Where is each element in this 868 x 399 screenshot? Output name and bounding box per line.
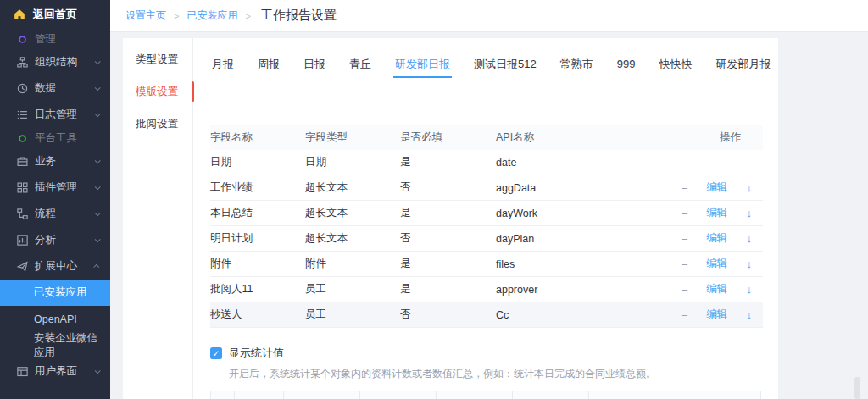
move-down-icon[interactable]: ↓: [746, 283, 752, 296]
breadcrumb-separator: >: [174, 11, 179, 21]
sidebar-item-plugin-management[interactable]: 插件管理: [0, 175, 110, 201]
table-row: 工作业绩 超长文本 否 aggData – 编辑 ↓: [210, 175, 763, 201]
move-action-disabled: –: [682, 309, 687, 321]
home-icon: [14, 8, 25, 20]
chevron-down-icon: [95, 210, 101, 216]
tab[interactable]: 常熟市: [560, 50, 593, 78]
breadcrumb-separator: >: [245, 11, 250, 21]
briefcase-icon: [17, 156, 29, 167]
chevron-down-icon: [95, 236, 101, 242]
fields-table: 字段名称 字段类型 是否必填 API名称 操作 日期 日期 是 date – –…: [210, 125, 763, 328]
tab[interactable]: 999: [617, 50, 636, 78]
chevron-down-icon: [95, 111, 101, 117]
show-stats-section: 显示统计值 开启后，系统统计某个对象内的资料计数或者数值汇总，例如：统计本日完成…: [210, 346, 778, 381]
sidebar-item-installed-apps[interactable]: 已安装应用: [0, 280, 110, 306]
table-row: 批阅人11 员工 是 approver – 编辑 ↓: [210, 277, 763, 302]
main-area: 设置主页 > 已安装应用 > 工作报告设置 类型设置 模版设置 批阅设置 月报 …: [110, 0, 868, 399]
chevron-up-icon: [93, 264, 99, 270]
back-to-home-button[interactable]: 返回首页: [0, 0, 110, 29]
edit-button[interactable]: 编辑: [706, 206, 727, 220]
layout-icon: [17, 366, 29, 377]
edit-button[interactable]: 编辑: [706, 180, 727, 195]
table-row: 日期 日期 是 date – – –: [210, 150, 763, 175]
flow-icon: [17, 208, 29, 219]
paper-plane-icon: [17, 261, 29, 272]
sidebar-item-extension-center[interactable]: 扩展中心: [0, 253, 110, 280]
tab[interactable]: 青丘: [349, 50, 371, 78]
edit-action-disabled: –: [714, 157, 720, 169]
tab-active[interactable]: 研发部日报: [395, 50, 450, 78]
move-action-disabled: –: [682, 284, 687, 296]
settings-submenu: 类型设置 模版设置 批阅设置: [123, 38, 193, 399]
next-table-partial: [210, 391, 761, 399]
move-down-icon[interactable]: ↓: [746, 232, 752, 245]
sidebar-item-openapi[interactable]: OpenAPI: [0, 306, 110, 332]
move-action-disabled: –: [682, 157, 687, 169]
grid-icon: [17, 182, 29, 193]
show-stats-checkbox-checked[interactable]: [210, 347, 222, 359]
org-structure-icon: [17, 57, 29, 68]
breadcrumb-link-settings-home[interactable]: 设置主页: [125, 8, 166, 23]
list-icon: [17, 109, 29, 120]
scrollbar-thumb[interactable]: [854, 377, 860, 399]
table-row: 本日总结 超长文本 是 dayWork – 编辑 ↓: [210, 201, 763, 226]
chevron-down-icon: [95, 368, 101, 374]
sidebar-item-log-management[interactable]: 日志管理: [0, 102, 110, 128]
ring-green-icon: [17, 133, 29, 144]
tab[interactable]: 快快快: [659, 50, 692, 78]
chevron-down-icon: [95, 184, 101, 190]
breadcrumb-link-installed-apps[interactable]: 已安装应用: [186, 8, 237, 23]
chevron-down-icon: [95, 85, 101, 91]
table-row: 附件 附件 是 files – 编辑 ↓: [210, 252, 763, 277]
move-down-icon[interactable]: ↓: [746, 308, 752, 321]
sidebar-section-platform-tools: 平台工具: [0, 128, 110, 148]
tab[interactable]: 月报: [212, 50, 234, 78]
ring-purple-icon: [17, 34, 29, 45]
table-row: 明日计划 超长文本 否 dayPlan – 编辑 ↓: [210, 226, 763, 252]
sidebar-item-business[interactable]: 业务: [0, 148, 110, 175]
table-header-row: 字段名称 字段类型 是否必填 API名称 操作: [210, 125, 763, 150]
breadcrumb: 设置主页 > 已安装应用 > 工作报告设置: [110, 0, 868, 32]
move-down-icon[interactable]: ↓: [746, 181, 752, 194]
sidebar-item-org-structure[interactable]: 组织结构: [0, 49, 110, 75]
tab[interactable]: 日报: [303, 50, 326, 78]
report-type-tabs: 月报 周报 日报 青丘 研发部日报 测试日报512 常熟市 999 快快快 研发…: [193, 50, 778, 78]
sidebar-item-process[interactable]: 流程: [0, 201, 110, 227]
move-down-icon[interactable]: ↓: [746, 258, 752, 270]
sidebar-item-analysis[interactable]: 分析: [0, 227, 110, 253]
submenu-item-review-settings[interactable]: 批阅设置: [123, 108, 192, 140]
tab[interactable]: 测试日报512: [474, 50, 537, 78]
move-down-icon[interactable]: ↓: [746, 207, 752, 219]
submenu-item-template-settings[interactable]: 模版设置: [123, 75, 192, 108]
move-action-disabled: –: [682, 208, 687, 219]
submenu-item-type-settings[interactable]: 类型设置: [123, 43, 192, 75]
tab[interactable]: 研发部月报: [715, 50, 771, 78]
page-title: 工作报告设置: [260, 8, 337, 24]
move-action-disabled: –: [682, 233, 687, 245]
edit-button[interactable]: 编辑: [706, 308, 727, 322]
back-to-home-label: 返回首页: [33, 7, 77, 22]
edit-button[interactable]: 编辑: [706, 257, 727, 271]
show-stats-description: 开启后，系统统计某个对象内的资料计数或者数值汇总，例如：统计本日完成的合同业绩总…: [229, 367, 778, 381]
sort-action-disabled: –: [746, 157, 752, 169]
clock-icon: [17, 83, 29, 94]
sidebar-item-install-wecom-app[interactable]: 安装企业微信应用: [0, 332, 110, 358]
move-action-disabled: –: [682, 258, 687, 270]
edit-button[interactable]: 编辑: [706, 231, 727, 246]
chevron-down-icon: [95, 158, 101, 163]
sidebar-item-data[interactable]: 数据: [0, 75, 110, 102]
sidebar-item-user-interface[interactable]: 用户界面: [0, 358, 110, 385]
sidebar: 返回首页 管理 组织结构 数据 日志管理 平台工具: [0, 0, 110, 399]
sidebar-section-management: 管理: [0, 29, 110, 49]
tab[interactable]: 周报: [258, 50, 280, 78]
move-action-disabled: –: [682, 182, 687, 194]
edit-button[interactable]: 编辑: [706, 282, 727, 296]
settings-card: 类型设置 模版设置 批阅设置 月报 周报 日报 青丘 研发部日报 测试日报512…: [123, 38, 778, 399]
show-stats-label: 显示统计值: [229, 346, 284, 361]
template-settings-panel: 月报 周报 日报 青丘 研发部日报 测试日报512 常熟市 999 快快快 研发…: [193, 38, 778, 399]
bar-chart-icon: [17, 235, 29, 246]
chevron-down-icon: [95, 58, 101, 64]
table-row: 抄送人 员工 否 Cc – 编辑 ↓: [210, 302, 763, 328]
